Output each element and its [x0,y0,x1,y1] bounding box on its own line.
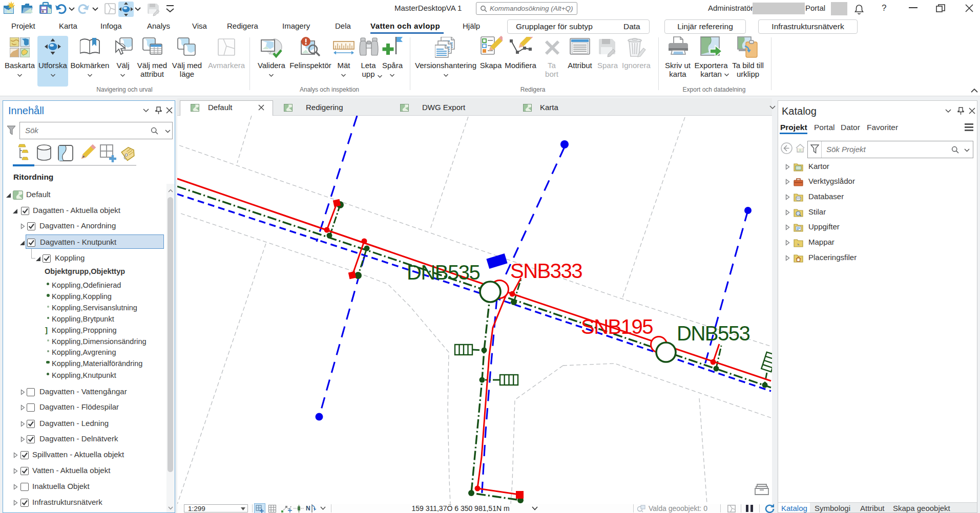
svg-text:SNB333: SNB333 [510,260,582,282]
svg-text:N: N [306,505,310,512]
svg-text:DNB535: DNB535 [407,261,479,284]
svg-text:DNB553: DNB553 [677,322,749,345]
svg-text:SNB195: SNB195 [581,315,653,338]
